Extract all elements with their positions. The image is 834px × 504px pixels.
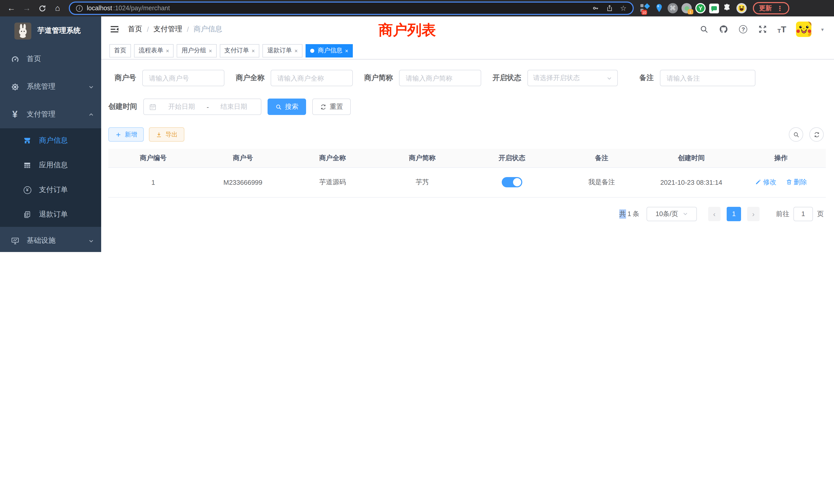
browser-back-button[interactable]: ←: [4, 2, 19, 14]
tab-pay-order[interactable]: 支付订单×: [220, 44, 260, 57]
tab-user-group[interactable]: 用户分组×: [177, 44, 217, 57]
show-search-toggle-button[interactable]: [789, 127, 803, 142]
user-avatar[interactable]: [796, 22, 811, 37]
add-button[interactable]: 新增: [108, 127, 144, 142]
goto-group: 前往 页: [776, 207, 824, 221]
goto-page-input[interactable]: [793, 207, 813, 221]
extension-chat-icon[interactable]: [709, 3, 719, 13]
merchant-no-input[interactable]: [142, 70, 224, 86]
browser-forward-button[interactable]: →: [20, 2, 34, 14]
status-select[interactable]: 请选择开启状态: [527, 70, 618, 86]
page-size-select[interactable]: 10条/页: [646, 207, 697, 221]
short-name-label: 商户简称: [364, 73, 393, 83]
search-icon[interactable]: [699, 24, 709, 34]
delete-link[interactable]: 删除: [786, 178, 807, 187]
help-icon[interactable]: ?: [739, 24, 748, 34]
github-icon[interactable]: [719, 24, 729, 34]
sidebar-item-infra[interactable]: 基础设施: [0, 227, 101, 252]
extension-status-icon[interactable]: 1: [681, 3, 692, 13]
filter-row-2: 创建时间 开始日期 - 结束日期 搜索: [108, 98, 826, 115]
close-icon[interactable]: ×: [251, 47, 255, 54]
create-time-range-picker[interactable]: 开始日期 - 结束日期: [143, 98, 261, 115]
export-button[interactable]: 导出: [149, 127, 184, 142]
extensions-puzzle-icon[interactable]: [723, 3, 733, 13]
full-name-input[interactable]: [271, 70, 353, 86]
chevron-down-icon: [607, 75, 612, 81]
extension-pin-icon[interactable]: [654, 3, 664, 13]
extension-y-icon[interactable]: Y: [695, 3, 706, 13]
extension-grid-icon[interactable]: 10: [640, 3, 650, 13]
sidebar-collapse-icon[interactable]: [109, 24, 120, 35]
share-icon[interactable]: [606, 5, 613, 12]
table-grid-icon: [23, 161, 32, 170]
tab-label: 首页: [114, 46, 126, 55]
fullscreen-icon[interactable]: [758, 24, 768, 34]
browser-home-button[interactable]: ⌂: [50, 2, 65, 14]
sidebar-item-home[interactable]: 首页: [0, 45, 101, 73]
browser-reload-button[interactable]: [35, 2, 49, 14]
site-info-icon[interactable]: i: [76, 5, 83, 12]
reset-button[interactable]: 重置: [312, 98, 351, 115]
page-unit-label: 页: [817, 209, 824, 219]
address-bar[interactable]: i localhost :1024/pay/merchant ☆: [69, 2, 634, 15]
browser-menu-icon[interactable]: ⋮: [776, 4, 783, 12]
edit-pencil-icon: [755, 179, 762, 186]
tab-process-form[interactable]: 流程表单×: [134, 44, 174, 57]
next-page-button[interactable]: ›: [747, 207, 760, 221]
sidebar-item-merchant[interactable]: 商户信息: [0, 128, 101, 153]
avatar-caret-icon[interactable]: ▾: [821, 26, 824, 32]
tab-label: 支付订单: [224, 46, 249, 55]
extension-command-icon[interactable]: ⌘: [667, 3, 678, 13]
sidebar-item-pay[interactable]: ¥ 支付管理: [0, 100, 101, 128]
tab-refund-order[interactable]: 退款订单×: [263, 44, 303, 57]
sidebar-item-label: 支付管理: [27, 110, 81, 119]
breadcrumb-section[interactable]: 支付管理: [154, 25, 182, 34]
profile-avatar-icon[interactable]: [737, 3, 747, 13]
sidebar-item-refund-order[interactable]: 退款订单: [0, 202, 101, 227]
extension-badge: 10: [641, 10, 647, 15]
font-size-icon[interactable]: TT: [777, 25, 786, 33]
prev-page-button[interactable]: ‹: [708, 207, 721, 221]
update-label: 更新: [759, 4, 772, 13]
screen: ← → ⌂ i localhost :1024/pay/merchant ☆ 1…: [0, 0, 834, 252]
chevron-down-icon: [88, 84, 94, 90]
search-button[interactable]: 搜索: [267, 98, 306, 115]
short-name-input[interactable]: [399, 70, 481, 86]
close-icon[interactable]: ×: [345, 47, 348, 54]
breadcrumb-home[interactable]: 首页: [128, 25, 142, 34]
sidebar-item-label: 系统管理: [27, 82, 81, 91]
page-number-1[interactable]: 1: [727, 207, 741, 221]
col-full-name: 商户全称: [288, 149, 377, 167]
red-annotation-text: 商户列表: [378, 21, 436, 40]
merchant-no-label: 商户号: [114, 73, 136, 83]
date-range-separator: -: [207, 103, 209, 111]
bookmark-star-icon[interactable]: ☆: [620, 5, 627, 12]
monitor-chart-icon: [10, 236, 20, 245]
tab-home[interactable]: 首页: [109, 44, 131, 57]
remark-input[interactable]: [660, 70, 755, 86]
sidebar-item-system[interactable]: 系统管理: [0, 73, 101, 100]
refresh-icon: [813, 131, 820, 138]
yen-icon: ¥: [10, 110, 20, 119]
close-icon[interactable]: ×: [294, 47, 298, 54]
browser-update-button[interactable]: 更新 ⋮: [753, 2, 789, 14]
breadcrumb-separator: /: [187, 25, 189, 33]
cell-create-time: 2021-10-23 08:31:14: [646, 167, 736, 197]
sidebar-logo[interactable]: 芋道管理系统: [0, 17, 101, 45]
refresh-table-button[interactable]: [809, 127, 824, 142]
cell-merchant-no: M233666999: [198, 167, 288, 197]
close-icon[interactable]: ×: [166, 47, 169, 54]
tab-merchant-info[interactable]: 商户信息×: [306, 44, 353, 57]
browser-toolbar: ← → ⌂ i localhost :1024/pay/merchant ☆ 1…: [0, 0, 834, 17]
breadcrumb-current: 商户信息: [194, 25, 222, 34]
shop-icon: [23, 136, 32, 145]
status-toggle[interactable]: [502, 177, 522, 187]
password-key-icon[interactable]: [592, 5, 599, 12]
sidebar-item-label: 支付订单: [39, 185, 68, 194]
col-merchant-id: 商户编号: [108, 149, 198, 167]
tags-view-bar: 首页 流程表单× 用户分组× 支付订单× 退款订单× 商户信息×: [101, 42, 834, 60]
edit-link[interactable]: 修改: [755, 178, 776, 187]
sidebar-item-app[interactable]: 应用信息: [0, 153, 101, 178]
close-icon[interactable]: ×: [209, 47, 212, 54]
sidebar-item-pay-order[interactable]: ¥ 支付订单: [0, 178, 101, 202]
